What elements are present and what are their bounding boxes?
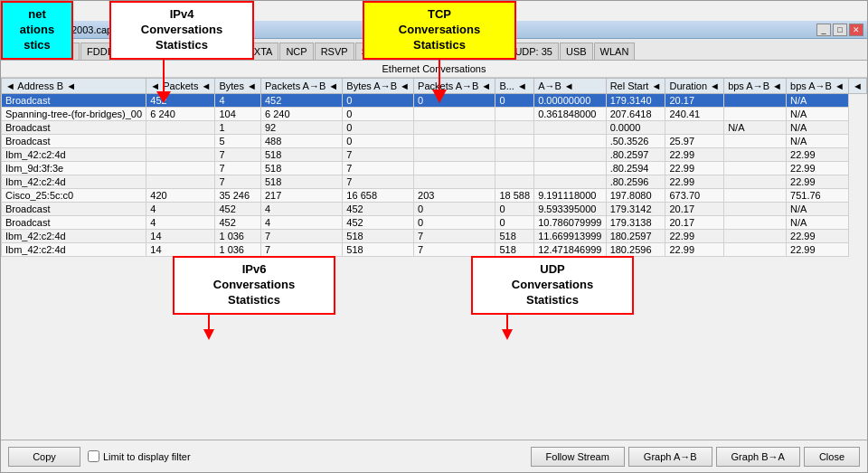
- close-button[interactable]: Close: [804, 447, 860, 467]
- table-cell: [414, 175, 495, 189]
- table-cell: [414, 135, 495, 148]
- tab-ipv6[interactable]: IPv6: [168, 43, 201, 60]
- table-cell: 180.2597: [606, 230, 665, 243]
- table-cell: 179.3140: [606, 94, 665, 108]
- tab-rsvp[interactable]: RSVP: [315, 43, 354, 60]
- col-bytes[interactable]: Bytes ◄: [215, 79, 261, 94]
- tab-ipx--5[interactable]: IPX: 5: [202, 43, 241, 60]
- table-cell: [724, 108, 787, 121]
- table-cell: 0.0000: [606, 121, 665, 135]
- col-bps-ba[interactable]: bps A→B ◄: [787, 79, 849, 94]
- table-cell: Broadcast: [2, 203, 146, 216]
- table-cell: 0: [343, 135, 414, 148]
- table-cell: [146, 135, 215, 148]
- table-row[interactable]: Broadcast19200.0000N/AN/A: [2, 121, 867, 135]
- table-cell: N/A: [724, 121, 787, 135]
- copy-button[interactable]: Copy: [8, 447, 80, 467]
- table-cell: 22.99: [665, 148, 724, 162]
- table-cell: 197.8080: [606, 189, 665, 203]
- table-row[interactable]: Broadcast45244520000.00000000179.314020.…: [2, 94, 867, 108]
- table-cell: 22.99: [665, 162, 724, 175]
- table-cell: 240.41: [665, 108, 724, 121]
- tab-token-ring[interactable]: Token Ring: [445, 43, 507, 60]
- titlebar-buttons: _ □ ✕: [816, 24, 863, 36]
- tab-udp--35[interactable]: UDP: 35: [508, 43, 559, 60]
- table-cell: 20.17: [665, 94, 724, 108]
- bottom-bar: Copy Limit to display filter Follow Stre…: [1, 440, 867, 472]
- table-cell: 488: [261, 135, 343, 148]
- table-row[interactable]: Spanning-tree-(for-bridges)_006 2401046 …: [2, 108, 867, 121]
- table-cell: 104: [215, 108, 261, 121]
- tab-wlan[interactable]: WLAN: [594, 43, 636, 60]
- tab-usb[interactable]: USB: [560, 43, 593, 60]
- table-cell: [724, 148, 787, 162]
- table-cell: [534, 121, 606, 135]
- table-container[interactable]: ◄ Address B ◄ ◄ Packets ◄ Bytes ◄ Packet…: [1, 78, 867, 421]
- table-row[interactable]: Broadcast44524452009.593395000179.314220…: [2, 203, 867, 216]
- table-cell: 518: [343, 243, 414, 257]
- table-cell: 0: [343, 108, 414, 121]
- table-cell: 1: [215, 121, 261, 135]
- col-bps-ab[interactable]: bps A→B ◄: [724, 79, 787, 94]
- table-cell: 20.17: [665, 203, 724, 216]
- table-cell: 7: [215, 162, 261, 175]
- table-cell: 452: [343, 203, 414, 216]
- table-cell: 0: [343, 121, 414, 135]
- col-pkt-ab[interactable]: Packets A→B ◄: [261, 79, 343, 94]
- table-cell: 10.786079999: [534, 216, 606, 230]
- table-cell: [724, 175, 787, 189]
- table-cell: 0: [414, 203, 495, 216]
- graph-ba-button[interactable]: Graph B→A: [716, 447, 800, 467]
- table-cell: 0: [495, 94, 534, 108]
- follow-stream-button[interactable]: Follow Stream: [531, 447, 625, 467]
- table-row[interactable]: Ibm_9d:3f:3e75187.80.259422.9922.99: [2, 162, 867, 175]
- col-duration[interactable]: Duration ◄: [665, 79, 724, 94]
- col-extra[interactable]: ◄: [848, 79, 866, 94]
- table-cell: 452: [261, 94, 343, 108]
- table-cell: [146, 162, 215, 175]
- table-cell: [724, 216, 787, 230]
- table-cell: 1 036: [215, 243, 261, 257]
- tab-ncp[interactable]: NCP: [279, 43, 313, 60]
- table-cell: Ibm_42:c2:4d: [2, 175, 146, 189]
- minimize-button[interactable]: _: [816, 24, 831, 36]
- col-b2[interactable]: B... ◄: [495, 79, 534, 94]
- col-rel-start[interactable]: Rel Start ◄: [606, 79, 665, 94]
- tab-fddi[interactable]: FDDI: [80, 43, 117, 60]
- table-row[interactable]: Broadcast54880.50.352625.97N/A: [2, 135, 867, 148]
- table-cell: [146, 148, 215, 162]
- table-cell: 7: [343, 148, 414, 162]
- table-row[interactable]: Ibm_42:c2:4d75187.80.259722.9922.99: [2, 148, 867, 162]
- graph-ab-button[interactable]: Graph A→B: [628, 447, 712, 467]
- tab-jxta[interactable]: JXTA: [242, 43, 278, 60]
- tab-sctp[interactable]: SCTP: [355, 43, 394, 60]
- table-cell: 9.593395000: [534, 203, 606, 216]
- close-title-button[interactable]: ✕: [849, 24, 863, 36]
- table-row[interactable]: Ibm_42:c2:4d141 0367518751811.6699139991…: [2, 230, 867, 243]
- table-cell: 18 588: [495, 189, 534, 203]
- col-packets[interactable]: ◄ Packets ◄: [146, 79, 215, 94]
- table-cell: Broadcast: [2, 216, 146, 230]
- tab-ipv4--42[interactable]: IPv4: 42: [118, 42, 168, 60]
- table-cell: 7: [414, 243, 495, 257]
- table-cell: 452: [215, 203, 261, 216]
- tab-fibre-channel[interactable]: Fibre Channel: [5, 43, 80, 60]
- table-cell: N/A: [787, 94, 849, 108]
- col-pkt-ba[interactable]: Packets A→B ◄: [414, 79, 495, 94]
- col-a2b[interactable]: A→B ◄: [534, 79, 606, 94]
- col-address-b[interactable]: ◄ Address B ◄: [2, 79, 146, 94]
- table-row[interactable]: Ibm_42:c2:4d141 0367518751812.4718469991…: [2, 243, 867, 257]
- table-cell: 16 658: [343, 189, 414, 203]
- table-cell: 7: [215, 148, 261, 162]
- maximize-button[interactable]: □: [833, 24, 847, 36]
- table-cell: 518: [495, 230, 534, 243]
- col-bytes-ab[interactable]: Bytes A→B ◄: [343, 79, 414, 94]
- table-cell: 7: [261, 230, 343, 243]
- table-row[interactable]: Ibm_42:c2:4d75187.80.259622.9922.99: [2, 175, 867, 189]
- table-cell: [724, 162, 787, 175]
- table-row[interactable]: Cisco_25:5c:c042035 24621716 65820318 58…: [2, 189, 867, 203]
- table-row[interactable]: Broadcast445244520010.786079999179.31382…: [2, 216, 867, 230]
- limit-filter-checkbox[interactable]: [88, 450, 99, 462]
- table-cell: 179.3142: [606, 203, 665, 216]
- tab-tcp--10[interactable]: TCP: 10: [395, 43, 444, 60]
